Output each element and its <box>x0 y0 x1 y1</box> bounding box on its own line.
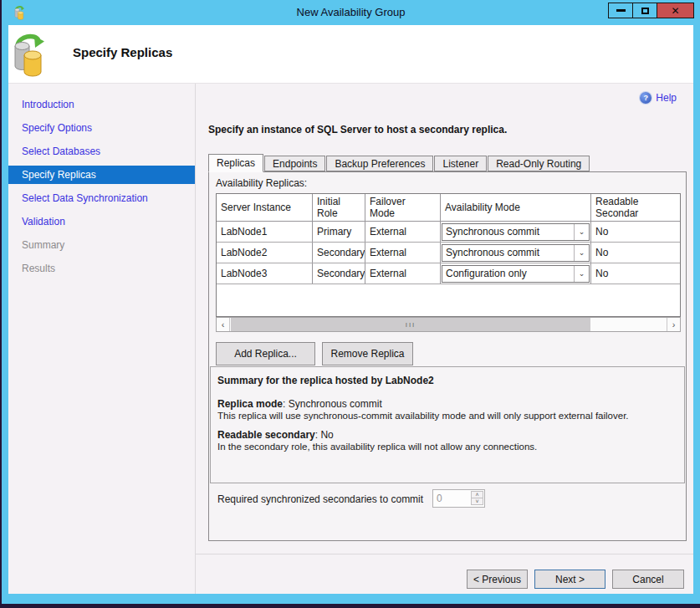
step-results: Results <box>8 259 195 278</box>
horizontal-scrollbar[interactable]: ‹ III › <box>216 317 681 332</box>
availability-mode-dropdown[interactable]: Synchronous commit ⌄ <box>442 223 590 241</box>
readable-secondary-description: In the secondary role, this availability… <box>217 442 677 452</box>
wizard-header: Specify Replicas <box>8 25 693 84</box>
scrollbar-thumb[interactable]: III <box>231 318 590 331</box>
minimize-button[interactable] <box>608 3 633 18</box>
cell-availability-mode: Synchronous commit ⌄ <box>441 222 591 242</box>
table-row[interactable]: LabNode3 Secondary External Configuratio… <box>217 263 680 284</box>
replicas-grid: Server Instance Initial Role Failover Mo… <box>216 193 681 317</box>
cell-readable-secondary: No <box>591 263 680 284</box>
grid-header-row: Server Instance Initial Role Failover Mo… <box>217 194 680 222</box>
close-icon: ✕ <box>671 6 679 16</box>
replica-mode-line: Replica mode: Synchronous commit <box>217 398 677 410</box>
dropdown-value: Synchronous commit <box>442 226 574 238</box>
cell-initial-role: Primary <box>313 222 365 242</box>
tab-backup-preferences[interactable]: Backup Preferences <box>326 156 433 171</box>
page-title: Specify Replicas <box>73 45 172 59</box>
cell-readable-secondary: No <box>591 222 680 242</box>
cell-server-instance: LabNode3 <box>217 263 313 284</box>
col-server-instance: Server Instance <box>217 194 313 221</box>
dropdown-value: Configuration only <box>442 268 574 279</box>
replica-mode-description: This replica will use synchronous-commit… <box>217 411 677 421</box>
previous-button[interactable]: < Previous <box>467 570 528 589</box>
col-failover-mode: Failover Mode <box>365 194 441 221</box>
table-row[interactable]: LabNode1 Primary External Synchronous co… <box>217 222 680 243</box>
maximize-button[interactable] <box>632 3 657 18</box>
cell-initial-role: Secondary <box>313 243 365 263</box>
step-select-databases[interactable]: Select Databases <box>8 142 195 161</box>
cell-server-instance: LabNode2 <box>217 243 313 263</box>
instruction-text: Specify an instance of SQL Server to hos… <box>208 124 507 135</box>
footer-divider <box>196 554 693 554</box>
chevron-down-icon[interactable]: ⌄ <box>574 224 589 240</box>
help-icon: ? <box>640 92 651 104</box>
remove-replica-button[interactable]: Remove Replica <box>322 342 413 365</box>
cell-readable-secondary: No <box>591 243 680 263</box>
cell-failover-mode: External <box>365 263 441 284</box>
cell-initial-role: Secondary <box>313 263 365 284</box>
availability-mode-dropdown[interactable]: Synchronous commit ⌄ <box>442 244 590 262</box>
cell-failover-mode: External <box>365 222 441 242</box>
next-button[interactable]: Next > <box>534 570 605 589</box>
stepper-value: 0 <box>437 493 442 504</box>
dialog-body: Specify Replicas Introduction Specify Op… <box>8 25 693 594</box>
readable-secondary-value: : No <box>315 429 334 441</box>
summary-title: Summary for the replica hosted by LabNod… <box>217 375 677 386</box>
window-title: New Availability Group <box>2 6 700 18</box>
chevron-down-icon[interactable]: ⌄ <box>574 245 589 261</box>
tab-read-only-routing[interactable]: Read-Only Routing <box>488 156 590 171</box>
minimize-icon <box>616 9 626 12</box>
cell-availability-mode: Configuration only ⌄ <box>441 263 591 284</box>
col-availability-mode: Availability Mode <box>441 194 591 221</box>
main-content: ? Help Specify an instance of SQL Server… <box>195 84 693 594</box>
help-link[interactable]: ? Help <box>640 92 677 104</box>
tab-listener[interactable]: Listener <box>434 156 487 171</box>
tab-replicas[interactable]: Replicas <box>208 154 263 172</box>
scroll-right-icon[interactable]: › <box>667 318 680 331</box>
dropdown-value: Synchronous commit <box>442 247 574 258</box>
cell-failover-mode: External <box>365 243 441 263</box>
tab-endpoints[interactable]: Endpoints <box>264 156 325 171</box>
cell-availability-mode: Synchronous commit ⌄ <box>441 243 591 263</box>
replica-mode-label: Replica mode <box>217 398 283 410</box>
readable-secondary-line: Readable secondary: No <box>217 429 677 441</box>
availability-replicas-label: Availability Replicas: <box>216 177 307 189</box>
tab-strip: Replicas Endpoints Backup Preferences Li… <box>208 154 590 171</box>
maximize-icon <box>641 8 649 14</box>
add-replica-button[interactable]: Add Replica... <box>216 342 315 365</box>
cancel-button[interactable]: Cancel <box>612 570 684 589</box>
replicas-page-icon <box>13 31 44 78</box>
step-summary: Summary <box>8 236 195 254</box>
dialog-window: New Availability Group ✕ Specify Replica… <box>2 0 700 604</box>
scroll-left-icon[interactable]: ‹ <box>217 318 230 331</box>
required-secondaries-label: Required synchronized secondaries to com… <box>217 493 423 505</box>
readable-secondary-label: Readable secondary <box>217 429 315 441</box>
table-row[interactable]: LabNode2 Secondary External Synchronous … <box>217 243 680 263</box>
spin-down-icon[interactable]: ˅ <box>471 498 483 505</box>
step-validation[interactable]: Validation <box>8 212 195 231</box>
wizard-steps-sidebar: Introduction Specify Options Select Data… <box>8 84 195 594</box>
chevron-down-icon[interactable]: ⌄ <box>574 266 589 282</box>
replica-mode-value: : Synchronous commit <box>283 398 382 410</box>
step-specify-replicas[interactable]: Specify Replicas <box>8 166 195 184</box>
close-button[interactable]: ✕ <box>657 3 694 18</box>
titlebar[interactable]: New Availability Group ✕ <box>2 0 700 25</box>
required-secondaries-stepper: 0 ˄ ˅ <box>432 489 485 508</box>
availability-mode-dropdown[interactable]: Configuration only ⌄ <box>442 265 590 283</box>
col-readable-secondary: Readable Secondar <box>591 194 680 221</box>
cell-server-instance: LabNode1 <box>217 222 313 242</box>
step-select-data-synchronization[interactable]: Select Data Synchronization <box>8 189 195 207</box>
replicas-tab-page: Availability Replicas: Server Instance I… <box>208 171 687 541</box>
step-specify-options[interactable]: Specify Options <box>8 119 195 137</box>
replica-summary-panel: Summary for the replica hosted by LabNod… <box>210 366 685 483</box>
step-introduction[interactable]: Introduction <box>8 95 195 114</box>
help-label: Help <box>656 92 677 104</box>
col-initial-role: Initial Role <box>313 194 365 221</box>
